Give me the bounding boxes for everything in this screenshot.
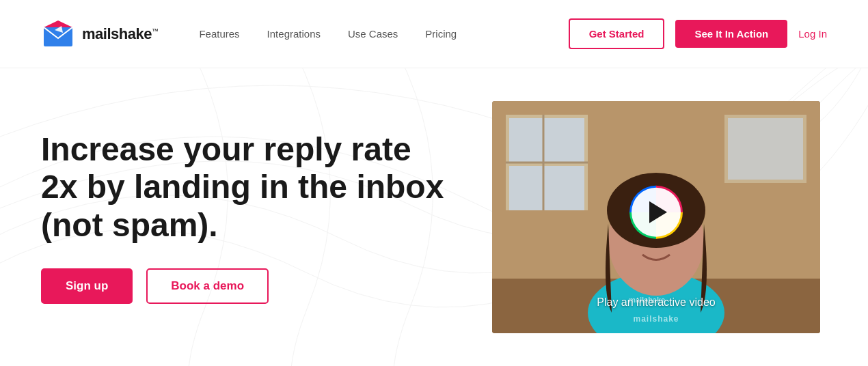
hero-section: Increase your reply rate 2x by landing i… [0,68,868,366]
hero-title: Increase your reply rate 2x by landing i… [41,130,451,244]
hero-left: Increase your reply rate 2x by landing i… [41,130,451,304]
login-button[interactable]: Log In [798,28,827,40]
see-it-in-action-button[interactable]: See It In Action [675,20,787,48]
nav-links: Features Integrations Use Cases Pricing [199,28,568,40]
svg-rect-5 [509,118,584,163]
book-demo-button[interactable]: Book a demo [146,268,269,304]
hero-buttons: Sign up Book a demo [41,268,451,304]
video-watermark: mailshake [633,314,679,324]
nav-use-cases[interactable]: Use Cases [348,28,398,40]
svg-marker-1 [44,20,72,27]
nav-features[interactable]: Features [199,28,239,40]
video-caption: Play an interactive video [597,296,715,309]
logo-icon [41,20,75,48]
nav-actions: Get Started See It In Action Log In [569,18,827,49]
play-button-container[interactable] [632,188,681,237]
brand-name: mailshake™ [82,25,158,43]
logo[interactable]: mailshake™ [41,20,158,48]
signup-button[interactable]: Sign up [41,268,133,304]
get-started-button[interactable]: Get Started [569,18,665,49]
play-button[interactable] [632,188,681,237]
play-triangle-icon [649,201,667,223]
svg-rect-10 [728,118,803,180]
nav-integrations[interactable]: Integrations [267,28,321,40]
navbar: mailshake™ Features Integrations Use Cas… [0,0,868,68]
nav-pricing[interactable]: Pricing [425,28,457,40]
svg-rect-6 [509,166,584,210]
video-panel[interactable]: mailshake Play an interactive video mail… [492,101,820,333]
